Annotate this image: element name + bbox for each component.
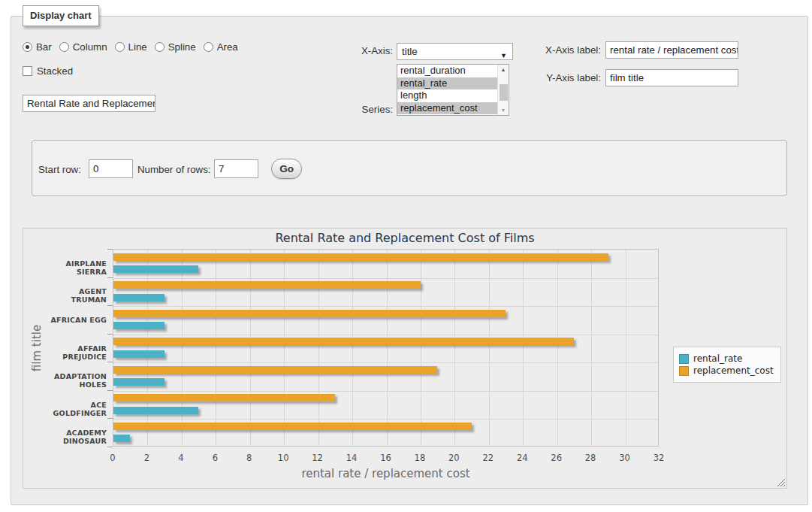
x-axis-selected-value: title: [402, 46, 418, 57]
scroll-down-icon[interactable]: ▼: [498, 105, 509, 115]
x-tick-label: 6: [213, 453, 218, 463]
stacked-label: Stacked: [37, 65, 73, 77]
legend-swatch: [679, 354, 689, 364]
y-axis-tick: [107, 418, 113, 419]
gridline: [113, 419, 658, 420]
bar-rental_rate: [113, 407, 198, 414]
start-row-input[interactable]: 0: [89, 159, 133, 178]
x-tick-label: 16: [380, 453, 391, 463]
x-tick-label: 10: [278, 453, 289, 463]
stacked-checkbox[interactable]: [23, 66, 32, 76]
category-label: AIRPLANE SIERRA: [44, 259, 107, 276]
gridline: [284, 250, 285, 446]
gridline: [591, 250, 592, 446]
chart-type-label: Area: [217, 41, 238, 53]
chart-type-label: Bar: [36, 41, 52, 53]
x-axis-label-input[interactable]: rental rate / replacement cost: [605, 41, 738, 59]
x-tick-label: 4: [178, 453, 183, 463]
bar-replacement_cost: [113, 310, 506, 317]
category-label: AFRICAN EGG: [44, 316, 107, 324]
series-option-rental_rate[interactable]: rental_rate: [397, 77, 509, 90]
gridline: [147, 250, 148, 446]
legend-label: rental_rate: [693, 353, 742, 364]
series-field-label: Series:: [300, 104, 393, 115]
y-axis-tick: [107, 249, 113, 250]
bar-replacement_cost: [113, 281, 421, 289]
gridline: [216, 250, 216, 446]
chart-type-option-bar[interactable]: Bar: [23, 41, 52, 53]
radio-icon[interactable]: [155, 42, 165, 52]
chart-plot-area: [113, 249, 659, 447]
x-tick-label: 24: [517, 453, 528, 463]
y-axis-tick: [107, 277, 113, 278]
gridline: [523, 250, 524, 446]
legend-label: replacement_cost: [693, 365, 774, 376]
series-option-length[interactable]: length: [397, 89, 509, 102]
gridline: [352, 250, 353, 446]
x-tick-label: 2: [144, 453, 149, 463]
y-axis-title: film title: [30, 324, 44, 371]
bar-rental_rate: [113, 322, 165, 329]
y-axis-label-input[interactable]: film title: [605, 69, 738, 86]
category-label: AGENT TRUMAN: [44, 287, 107, 304]
gridline: [113, 391, 658, 392]
category-label: ACE GOLDFINGER: [44, 401, 107, 417]
gridline: [489, 250, 490, 446]
number-of-rows-input[interactable]: 7: [214, 159, 258, 178]
chevron-down-icon: ▼: [500, 48, 507, 64]
bar-replacement_cost: [113, 338, 574, 345]
y-axis-tick: [107, 334, 113, 335]
chart-type-radio-group: BarColumnLineSplineArea: [23, 41, 238, 53]
x-tick-label: 18: [415, 453, 426, 463]
bar-replacement_cost: [113, 366, 437, 374]
go-button[interactable]: Go: [271, 159, 302, 179]
series-option-replacement_cost[interactable]: replacement_cost: [397, 102, 509, 115]
x-tick-label: 22: [482, 453, 494, 463]
category-label: AFFAIR PREJUDICE: [44, 344, 107, 361]
x-axis-field-label: X-Axis:: [300, 45, 393, 56]
x-tick-label: 32: [654, 453, 665, 463]
gridline: [182, 250, 183, 446]
bar-replacement_cost: [113, 394, 335, 401]
chart-type-label: Column: [73, 41, 107, 53]
radio-icon[interactable]: [59, 42, 69, 52]
series-scrollbar[interactable]: ▲ ▼: [497, 65, 509, 115]
legend-item-replacement_cost: replacement_cost: [679, 365, 774, 376]
radio-icon[interactable]: [115, 42, 125, 52]
series-multiselect[interactable]: rental_durationrental_ratelengthreplacem…: [397, 64, 509, 116]
bar-rental_rate: [113, 350, 165, 358]
radio-icon[interactable]: [204, 42, 213, 52]
y-axis-label-field-label: Y-Axis label:: [518, 72, 601, 83]
series-option-rental_duration[interactable]: rental_duration: [397, 65, 509, 77]
number-of-rows-label: Number of rows:: [137, 164, 211, 175]
chart-type-option-spline[interactable]: Spline: [155, 41, 196, 53]
gridline: [454, 250, 455, 446]
y-axis-tick: [107, 305, 113, 306]
bar-replacement_cost: [113, 423, 472, 430]
chart-legend: rental_ratereplacement_cost: [673, 347, 781, 383]
chart-type-label: Line: [128, 41, 147, 53]
fieldset-title: Display chart: [23, 5, 99, 26]
gridline: [113, 306, 658, 307]
x-tick-label: 20: [448, 453, 460, 463]
x-tick-label: 8: [246, 453, 252, 463]
chart-type-option-area[interactable]: Area: [204, 41, 238, 53]
chart-type-option-column[interactable]: Column: [59, 41, 107, 53]
bar-rental_rate: [113, 294, 165, 301]
chart-title-input[interactable]: Rental Rate and Replacemer: [23, 95, 155, 112]
radio-icon[interactable]: [23, 42, 32, 52]
category-label: ADAPTATION HOLES: [44, 372, 107, 389]
y-axis-tick: [107, 447, 113, 447]
gridline: [250, 250, 251, 446]
legend-item-rental_rate: rental_rate: [679, 353, 774, 364]
start-row-label: Start row:: [38, 164, 81, 175]
chart-type-option-line[interactable]: Line: [115, 41, 147, 53]
scrollbar-thumb[interactable]: [500, 84, 508, 101]
x-tick-label: 0: [110, 453, 115, 463]
gridline: [113, 278, 658, 279]
x-axis-title: rental rate / replacement cost: [113, 467, 659, 480]
x-axis-label-field-label: X-Axis label:: [518, 44, 601, 56]
x-axis-select[interactable]: title ▼: [397, 43, 513, 60]
scroll-up-icon[interactable]: ▲: [498, 65, 509, 74]
resize-grip-icon[interactable]: [775, 477, 785, 486]
